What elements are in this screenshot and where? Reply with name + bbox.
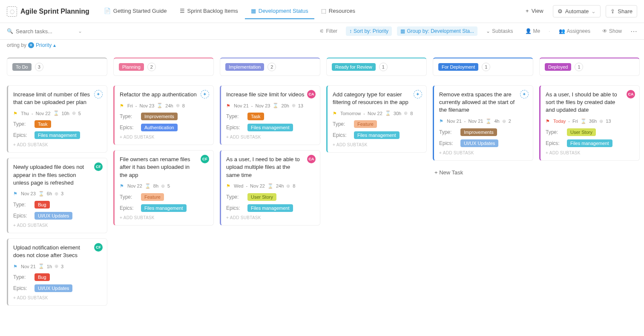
tab-resources[interactable]: ⬚Resources	[315, 3, 361, 19]
assignee-avatar[interactable]: CA	[627, 90, 635, 98]
task-card[interactable]: CFUpload notification element does not c…	[7, 238, 107, 306]
type-tag[interactable]: Feature	[354, 120, 377, 128]
chevron-down-icon[interactable]: ⌄	[78, 28, 82, 34]
tab-getting-started-guide[interactable]: 📄Getting Started Guide	[98, 3, 173, 19]
task-card[interactable]: ✦Add category type for easier filtering …	[326, 85, 427, 153]
task-card[interactable]: ✦Remove extra spaces the are currently a…	[433, 85, 533, 161]
more-button[interactable]: ⋯	[630, 27, 637, 35]
end-date[interactable]: Nov 22	[250, 183, 265, 188]
priority-flag-icon[interactable]: ⚑	[226, 103, 231, 108]
group-button[interactable]: ▦Group by: Development Sta...	[397, 26, 477, 36]
epic-tag[interactable]: Files management	[141, 204, 187, 212]
type-tag[interactable]: Bug	[34, 273, 50, 281]
end-date[interactable]: Nov 22	[36, 111, 51, 116]
add-subtask-button[interactable]: + ADD SUBTASK	[120, 215, 208, 220]
add-subtask-button[interactable]: + ADD SUBTASK	[439, 151, 528, 155]
due-date[interactable]: Nov 21	[21, 264, 36, 269]
type-tag[interactable]: Feature	[141, 193, 164, 201]
clear-sort-button[interactable]: ✕	[28, 42, 34, 48]
priority-flag-icon[interactable]: ⚑	[333, 111, 338, 116]
due-date[interactable]: Tomorrow	[340, 111, 361, 116]
automate-button[interactable]: ⚙ Automate ⌄	[553, 5, 601, 17]
column-header[interactable]: For Deployment1	[433, 58, 533, 76]
epic-tag[interactable]: Authentication	[141, 124, 178, 131]
sort-button[interactable]: ↕Sort by: Priority	[346, 26, 392, 36]
add-subtask-button[interactable]: + ADD SUBTASK	[13, 295, 102, 300]
due-date[interactable]: Nov 21	[234, 103, 249, 108]
priority-flag-icon[interactable]: ⚑	[120, 183, 125, 188]
subtasks-button[interactable]: ⌄Subtasks	[483, 26, 516, 36]
assignee-avatar[interactable]: ✦	[414, 90, 422, 98]
due-date[interactable]: Today	[553, 119, 566, 124]
add-subtask-button[interactable]: + ADD SUBTASK	[13, 142, 102, 147]
column-header[interactable]: Deployed1	[539, 58, 640, 76]
add-subtask-button[interactable]: + ADD SUBTASK	[13, 223, 102, 228]
priority-flag-icon[interactable]: ⚑	[13, 111, 18, 116]
type-tag[interactable]: Bug	[34, 201, 50, 209]
due-date[interactable]: Fri	[127, 103, 133, 108]
add-subtask-button[interactable]: + ADD SUBTASK	[226, 135, 315, 139]
column-header[interactable]: Implementation2	[220, 58, 320, 76]
task-card[interactable]: ✦Increase limit of number of files that …	[7, 85, 107, 153]
epic-tag[interactable]: Files management	[247, 204, 293, 212]
show-button[interactable]: 👁Show	[599, 26, 625, 36]
filter-button[interactable]: ⚟Filter	[316, 26, 341, 36]
priority-flag-icon[interactable]: ⚑	[13, 191, 18, 196]
task-card[interactable]: CFNewly uploaded file does not appear in…	[7, 158, 107, 233]
column-header[interactable]: Planning2	[113, 58, 214, 76]
assignee-avatar[interactable]: CF	[94, 243, 103, 252]
assignee-avatar[interactable]: CA	[307, 90, 316, 98]
task-card[interactable]: CAAs a user, I need to be able to upload…	[220, 150, 320, 226]
add-view-button[interactable]: + View	[520, 3, 549, 19]
priority-flag-icon[interactable]: ⚑	[546, 119, 551, 124]
tab-sprint-backlog-items[interactable]: ☰Sprint Backlog Items	[174, 3, 244, 19]
type-tag[interactable]: Task	[34, 120, 51, 128]
priority-flag-icon[interactable]: ⚑	[120, 103, 125, 108]
end-date[interactable]: Nov 22	[368, 111, 382, 116]
tab-development-status[interactable]: ▦Development Status	[245, 3, 314, 19]
priority-flag-icon[interactable]: ⚑	[13, 264, 18, 269]
add-subtask-button[interactable]: + ADD SUBTASK	[333, 142, 421, 147]
assignee-avatar[interactable]: ✦	[94, 90, 103, 98]
search-input[interactable]	[16, 28, 75, 35]
due-date[interactable]: Nov 21	[447, 119, 462, 124]
column-header[interactable]: Ready for Review1	[326, 58, 427, 76]
type-tag[interactable]: Task	[247, 113, 264, 120]
assignee-avatar[interactable]: ✦	[520, 90, 529, 98]
epic-tag[interactable]: Files management	[567, 139, 612, 147]
priority-flag-icon[interactable]: ⚑	[226, 183, 231, 188]
epic-tag[interactable]: UI/UX Updates	[34, 284, 72, 292]
sort-field-link[interactable]: Priority	[36, 42, 52, 48]
assignee-avatar[interactable]: ✦	[201, 90, 209, 98]
add-subtask-button[interactable]: + ADD SUBTASK	[546, 151, 634, 155]
add-subtask-button[interactable]: + ADD SUBTASK	[226, 215, 315, 220]
type-tag[interactable]: Improvements	[141, 113, 178, 120]
column-header[interactable]: To Do3	[7, 58, 107, 76]
epic-tag[interactable]: UI/UX Updates	[34, 212, 72, 220]
share-button[interactable]: ⇪ Share	[606, 5, 637, 17]
type-tag[interactable]: Improvements	[460, 128, 497, 136]
end-date[interactable]: Nov 23	[140, 103, 155, 108]
type-tag[interactable]: User Story	[247, 193, 276, 201]
task-card[interactable]: CAAs a user, I should be able to sort th…	[539, 85, 640, 161]
workspace-icon[interactable]: ◌	[7, 6, 17, 17]
due-date[interactable]: Thu	[21, 111, 29, 116]
epic-tag[interactable]: UI/UX Updates	[460, 139, 498, 147]
task-card[interactable]: CFFile owners can rename files after it …	[113, 150, 214, 226]
epic-tag[interactable]: Files management	[34, 131, 80, 139]
me-button[interactable]: 👤Me	[522, 26, 544, 36]
due-date[interactable]: Nov 23	[21, 191, 36, 196]
due-date[interactable]: Nov 22	[127, 183, 142, 188]
search-box[interactable]: 🔍 ⌄	[7, 28, 92, 35]
type-tag[interactable]: User Story	[567, 128, 596, 136]
end-date[interactable]: Nov 23	[256, 103, 270, 108]
epic-tag[interactable]: Files management	[247, 124, 293, 131]
task-card[interactable]: CAIncrease file size limit for videos⚑No…	[220, 85, 320, 145]
priority-flag-icon[interactable]: ⚑	[439, 119, 444, 124]
end-date[interactable]: Fri	[572, 119, 578, 124]
new-task-button[interactable]: + New Task	[433, 166, 533, 179]
epic-tag[interactable]: Files management	[354, 131, 400, 139]
add-subtask-button[interactable]: + ADD SUBTASK	[120, 135, 208, 139]
assignees-button[interactable]: 👥Assignees	[555, 26, 594, 36]
end-date[interactable]: Nov 21	[469, 119, 483, 124]
